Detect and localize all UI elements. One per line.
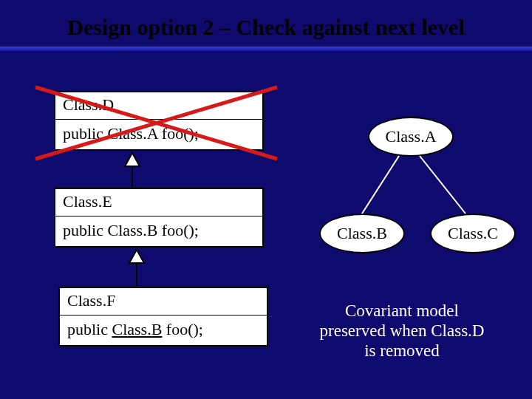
inherit-arrow-f-to-e bbox=[129, 250, 144, 286]
hierarchy-lines bbox=[362, 156, 466, 214]
page-title: Design option 2 – Check against next lev… bbox=[0, 15, 532, 40]
uml-class-d-name: Class.D bbox=[55, 92, 262, 120]
uml-class-e-name: Class.E bbox=[55, 189, 262, 216]
svg-marker-2 bbox=[129, 250, 144, 263]
uml-class-e: Class.E public Class.B foo(); bbox=[54, 188, 264, 248]
caption-line-1: Covariant model bbox=[345, 301, 459, 320]
caption-line-2: preserved when Class.D bbox=[320, 321, 485, 340]
uml-class-f-method: public Class.B foo(); bbox=[60, 316, 267, 345]
uml-class-f-method-prefix: public bbox=[67, 320, 112, 338]
uml-class-f: Class.F public Class.B foo(); bbox=[58, 287, 268, 347]
uml-class-f-method-return: Class.B bbox=[112, 320, 163, 338]
uml-class-d: Class.D public Class.A foo(); bbox=[54, 91, 264, 151]
svg-line-5 bbox=[420, 156, 466, 214]
svg-line-4 bbox=[362, 156, 399, 214]
svg-marker-0 bbox=[125, 153, 140, 166]
uml-class-d-method: public Class.A foo(); bbox=[55, 120, 262, 149]
title-underline bbox=[0, 47, 532, 51]
oval-class-c: Class.C bbox=[430, 214, 516, 253]
caption-text: Covariant model preserved when Class.D i… bbox=[284, 301, 520, 361]
oval-class-b: Class.B bbox=[319, 214, 405, 253]
caption-line-3: is removed bbox=[364, 341, 440, 360]
uml-class-e-method: public Class.B foo(); bbox=[55, 216, 262, 246]
uml-class-f-method-suffix: foo(); bbox=[162, 320, 203, 338]
uml-class-f-name: Class.F bbox=[60, 288, 267, 316]
inherit-arrow-e-to-d bbox=[125, 153, 140, 187]
oval-class-a: Class.A bbox=[368, 117, 454, 157]
